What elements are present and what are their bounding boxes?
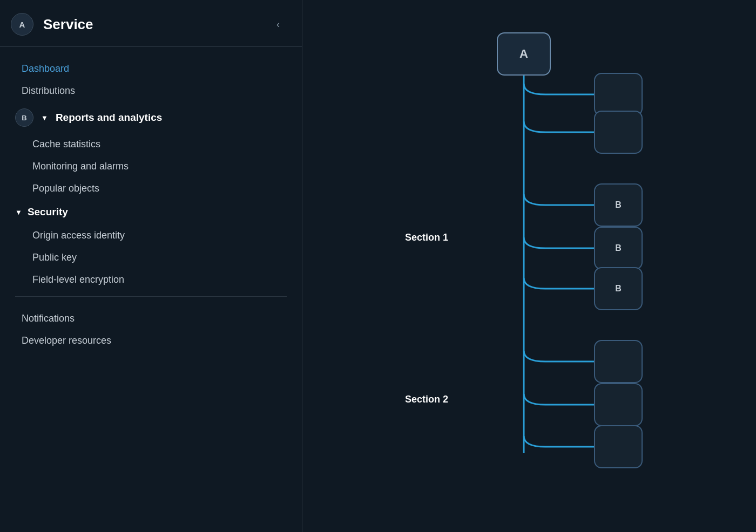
reports-section-items: Cache statistics Monitoring and alarms P… xyxy=(0,133,302,200)
diagram-svg xyxy=(340,22,718,486)
nav-item-public-key[interactable]: Public key xyxy=(11,247,302,269)
nav-section-security[interactable]: ▼ Security xyxy=(0,200,302,224)
collapse-button[interactable]: ‹ xyxy=(269,16,287,33)
node-s2-2 xyxy=(594,383,643,426)
sidebar-header: A Service ‹ xyxy=(0,0,302,47)
sidebar-nav: Dashboard Distributions B ▼ Reports and … xyxy=(0,47,302,532)
sidebar-divider xyxy=(15,296,287,297)
nav-item-dashboard[interactable]: Dashboard xyxy=(0,58,302,80)
node-b3: B xyxy=(594,267,643,310)
node-s2-3 xyxy=(594,425,643,468)
security-arrow-icon: ▼ xyxy=(15,208,22,216)
section-label-reports: B ▼ Reports and analytics xyxy=(15,108,162,127)
main-content: A Section 1 B B B Section 2 xyxy=(302,0,756,532)
nav-item-cache-statistics[interactable]: Cache statistics xyxy=(11,133,302,155)
node-top-1 xyxy=(594,73,643,116)
node-s2-1 xyxy=(594,340,643,383)
diagram-container: A Section 1 B B B Section 2 xyxy=(340,22,718,486)
node-b2: B xyxy=(594,227,643,270)
nav-section-reports[interactable]: B ▼ Reports and analytics xyxy=(0,102,302,133)
nav-item-distributions[interactable]: Distributions xyxy=(0,80,302,102)
section2-label: Section 2 xyxy=(405,394,448,405)
section-b-avatar-reports: B xyxy=(15,108,33,127)
node-top-2 xyxy=(594,111,643,154)
reports-arrow-icon: ▼ xyxy=(41,114,48,122)
nav-item-origin-access[interactable]: Origin access identity xyxy=(11,224,302,247)
section1-label: Section 1 xyxy=(405,232,448,243)
nav-item-popular-objects[interactable]: Popular objects xyxy=(11,178,302,200)
sidebar-title: Service xyxy=(43,16,260,33)
node-root-a: A xyxy=(497,32,551,76)
sidebar: A Service ‹ Dashboard Distributions B ▼ … xyxy=(0,0,302,532)
nav-item-developer-resources[interactable]: Developer resources xyxy=(0,330,302,352)
avatar: A xyxy=(11,13,33,36)
node-b1: B xyxy=(594,183,643,227)
security-section-items: Origin access identity Public key Field-… xyxy=(0,224,302,291)
sidebar-bottom: Notifications Developer resources xyxy=(0,302,302,363)
nav-item-monitoring[interactable]: Monitoring and alarms xyxy=(11,155,302,178)
nav-item-notifications[interactable]: Notifications xyxy=(0,308,302,330)
nav-item-field-level[interactable]: Field-level encryption xyxy=(11,269,302,291)
